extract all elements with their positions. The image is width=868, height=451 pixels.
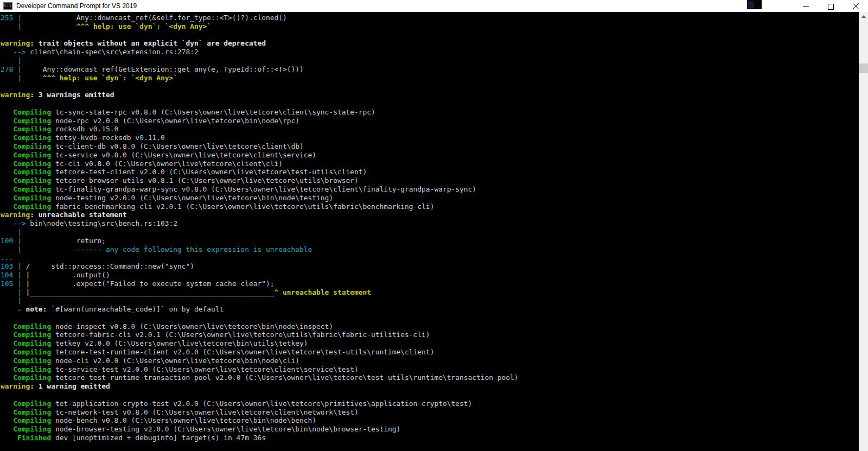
terminal-line: Compiling tetcore-browser-utils v0.8.1 (…: [1, 176, 859, 185]
terminal-line: Compiling tetcore-test-runtime-transacti…: [1, 373, 859, 382]
close-icon: [852, 3, 859, 10]
terminal-line: ...: [1, 253, 859, 262]
terminal-line: Compiling node-inspect v0.8.0 (C:\Users\…: [1, 322, 859, 331]
terminal-line: | ^^^ help: use `dyn`: `<dyn Any>`: [1, 22, 859, 31]
terminal-line: [1, 99, 859, 108]
terminal-line: warning: 3 warnings emitted: [1, 91, 859, 99]
terminal-line: Compiling tc-finality-grandpa-warp-sync …: [1, 185, 859, 194]
terminal-line: 255 | Any::downcast_ref(&self.for_type::…: [1, 14, 859, 22]
terminal-line: | ------ any code following this express…: [1, 245, 859, 254]
terminal-line: 104 | | .output(): [1, 271, 859, 280]
window-title: Developer Command Prompt for VS 2019: [16, 2, 137, 10]
terminal-line: Compiling tetsy-kvdb-rocksdb v0.11.0: [1, 134, 859, 142]
console-window: C:\ Developer Command Prompt for VS 2019…: [0, 0, 868, 451]
terminal-line: Compiling tetkey v2.0.0 (C:\Users\owner\…: [1, 339, 859, 348]
terminal-line: Compiling tetcore-test-client v2.0.0 (C:…: [1, 168, 859, 176]
terminal-line: 103 | / std::process::Command::new("sync…: [1, 262, 859, 271]
terminal-line: Compiling tetcore-fabric-cli v2.0.1 (C:\…: [1, 331, 859, 339]
titlebar-artifact: [747, 0, 762, 9]
restore-button[interactable]: [818, 0, 843, 12]
terminal-line: = note: `#[warn(unreachable_code)]` on b…: [1, 305, 859, 314]
terminal-line: Compiling node-browser-testing v2.0.0 (C…: [1, 425, 859, 434]
scroll-up-icon: [861, 15, 866, 18]
terminal-line: Compiling tetcore-test-runtime-client v2…: [1, 348, 859, 357]
restore-icon: [828, 4, 834, 10]
scroll-up-button[interactable]: [859, 12, 868, 21]
minimize-button[interactable]: [793, 0, 818, 12]
terminal-line: [1, 391, 859, 399]
terminal-line: warning: 1 warning emitted: [1, 382, 859, 391]
console-icon: C:\: [3, 2, 12, 10]
terminal-line: [1, 82, 859, 91]
terminal-line: 278 | Any::downcast_ref(GetExtension::ge…: [1, 65, 859, 74]
terminal-line: Compiling tc-service-test v2.0.0 (C:\Use…: [1, 365, 859, 374]
terminal-line: |: [1, 296, 859, 305]
terminal-line: Compiling tc-service v0.8.0 (C:\Users\ow…: [1, 151, 859, 160]
title-bar: C:\ Developer Command Prompt for VS 2019: [0, 0, 868, 12]
terminal-line: |: [1, 56, 859, 65]
terminal-line: Compiling rocksdb v0.15.0: [1, 125, 859, 134]
terminal-line: Finished dev [unoptimized + debuginfo] t…: [1, 434, 859, 442]
terminal-line: Compiling tc-client-db v0.8.0 (C:\Users\…: [1, 142, 859, 151]
terminal-line: Compiling tc-sync-state-rpc v0.8.0 (C:\U…: [1, 108, 859, 117]
terminal-line: 105 | | .expect("Failed to execute syste…: [1, 280, 859, 288]
terminal-line: Compiling node-bench v0.8.0 (C:\Users\ow…: [1, 416, 859, 425]
terminal-line: warning: unreachable statement: [1, 211, 859, 219]
scrollbar-thumb[interactable]: [859, 63, 868, 73]
console-viewport[interactable]: 255 | Any::downcast_ref(&self.for_type::…: [0, 12, 859, 451]
terminal-line: 100 | return;: [1, 237, 859, 245]
terminal-line: --> client\chain-spec\src\extension.rs:2…: [1, 48, 859, 56]
terminal-line: Compiling node-cli v2.0.0 (C:\Users\owne…: [1, 357, 859, 365]
terminal-line: |: [1, 228, 859, 237]
vertical-scrollbar[interactable]: [859, 12, 868, 451]
terminal-line: Compiling tet-application-crypto-test v2…: [1, 399, 859, 408]
terminal-line: Compiling fabric-benchmarking-cli v2.0.1…: [1, 202, 859, 211]
terminal-line: [1, 31, 859, 40]
terminal-line: --> bin\node\testing\src\bench.rs:103:2: [1, 219, 859, 228]
terminal-line: Compiling tc-cli v0.8.0 (C:\Users\owner\…: [1, 160, 859, 168]
terminal-line: | ^^^ help: use `dyn`: `<dyn Any>`: [1, 74, 859, 82]
terminal-line: Compiling tc-network-test v0.8.0 (C:\Use…: [1, 408, 859, 417]
terminal-output: 255 | Any::downcast_ref(&self.for_type::…: [0, 12, 859, 442]
window-controls: [793, 0, 868, 12]
terminal-line: Compiling node-rpc v2.0.0 (C:\Users\owne…: [1, 117, 859, 125]
terminal-line: | |_____________________________________…: [1, 288, 859, 297]
close-button[interactable]: [843, 0, 868, 12]
terminal-line: [1, 314, 859, 322]
terminal-line: Compiling node-testing v2.0.0 (C:\Users\…: [1, 194, 859, 202]
minimize-icon: [803, 6, 809, 7]
terminal-line: warning: trait objects without an explic…: [1, 39, 859, 48]
